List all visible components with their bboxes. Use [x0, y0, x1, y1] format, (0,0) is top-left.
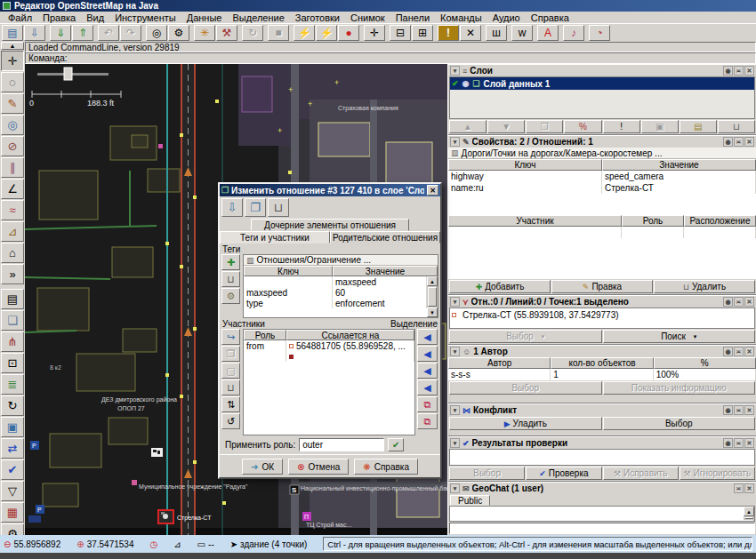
menu-commands[interactable]: Команды	[435, 12, 487, 23]
panel-pin-icon[interactable]: ≍	[734, 347, 744, 356]
collapse-button[interactable]: ▾	[450, 438, 460, 448]
panel-close-icon[interactable]: ✕	[744, 347, 754, 356]
car-icon[interactable]: ⊟	[390, 25, 411, 41]
column-header[interactable]: Ключ	[448, 159, 602, 171]
panel-eye-icon[interactable]: ◉	[723, 347, 733, 356]
upload-icon[interactable]: ⇑	[72, 25, 93, 41]
validation-fix-button[interactable]: ⚒Исправить	[603, 467, 679, 480]
add-tag-button[interactable]: ✚Добавить	[449, 280, 551, 293]
open-location-icon[interactable]: ⇩	[24, 25, 45, 41]
select-members-4-icon[interactable]: ◀	[417, 379, 438, 395]
more-tools[interactable]: »	[1, 264, 24, 284]
panel-close-icon[interactable]: ✕	[744, 405, 754, 415]
scroll-down-icon[interactable]: ▼	[427, 307, 438, 317]
edit-tag-button[interactable]: ✎Правка	[551, 280, 653, 293]
copy-member-icon[interactable]: ↪	[221, 329, 240, 345]
link-members-1-icon[interactable]: ⧉	[417, 396, 438, 412]
redo-icon[interactable]: ↷	[120, 25, 141, 41]
panel-close-icon[interactable]: ✕	[744, 438, 754, 448]
tab-public[interactable]: Public	[450, 495, 490, 506]
column-header[interactable]: Ключ	[244, 266, 333, 276]
collapse-button[interactable]: ▾	[450, 137, 460, 147]
terminal-toggle[interactable]: ▣	[1, 417, 24, 437]
menu-presets[interactable]: Заготовки	[290, 12, 345, 23]
bus-icon[interactable]: ⊞	[412, 25, 433, 41]
membership-row[interactable]: ограничение (3127410, 2 участника) devic…	[448, 227, 756, 238]
improve-way-tool[interactable]: ≈	[1, 200, 24, 220]
warning-icon[interactable]: !	[438, 25, 459, 41]
scroll-thumb[interactable]	[428, 287, 437, 307]
conflict-toggle[interactable]: ⇄	[1, 438, 24, 459]
column-header[interactable]: Участник	[448, 215, 622, 227]
tags-toggle[interactable]: ❏	[1, 310, 24, 331]
scrollbar[interactable]: ▲ ▼	[427, 276, 438, 317]
relation-toggle[interactable]: ⋔	[1, 331, 24, 352]
collapse-button[interactable]: ▾	[450, 405, 460, 415]
panel-eye-icon[interactable]: ◉	[723, 405, 733, 415]
column-header[interactable]: Значение	[333, 266, 438, 276]
validation-select-button[interactable]: Выбор	[449, 467, 525, 480]
scroll-up-icon[interactable]: ▲	[427, 276, 438, 286]
validator-toggle[interactable]: ✔	[1, 459, 24, 480]
select-members-2-icon[interactable]: ◀	[417, 346, 438, 362]
selection-list[interactable]: Стрелка-СТ (55.8939108, 37.5429773)	[449, 307, 755, 329]
column-header[interactable]: кол-во объектов	[551, 357, 653, 369]
panel-eye-icon[interactable]: ◉	[723, 297, 733, 307]
layer-merge-icon[interactable]: ▣	[641, 120, 679, 133]
dialog-titlebar[interactable]: ❒ Изменить отношение #3 127 410 в слое '…	[220, 184, 440, 196]
column-header[interactable]: %	[654, 357, 756, 369]
add-tag-icon[interactable]: ✚	[221, 254, 240, 270]
geochat-input[interactable]	[449, 523, 755, 534]
extrude-tool[interactable]: ⊿	[1, 221, 24, 242]
panel-close-icon[interactable]: ✕	[744, 137, 754, 147]
menu-edit[interactable]: Правка	[37, 12, 81, 23]
lasso-tool[interactable]: ◌	[1, 72, 24, 92]
panel-eye-icon[interactable]: ◉	[723, 66, 733, 76]
selection-search-button[interactable]: Поиск▾	[603, 330, 756, 343]
conflict-select-button[interactable]: Выбор	[603, 417, 756, 430]
toolbox-toggle[interactable]: ▦	[1, 502, 24, 523]
collapse-button[interactable]: ▾	[450, 66, 460, 76]
delete-tag-button[interactable]: ⊔Удалить	[654, 280, 755, 293]
geochat-messages[interactable]: ▲ ▼	[449, 506, 755, 522]
relation-preset-row[interactable]: ▥ Отношения/Ограничение ...	[244, 255, 438, 266]
column-header[interactable]: Расположение	[684, 215, 756, 227]
ok-button[interactable]: ➜ОК	[242, 459, 283, 475]
collapse-button[interactable]: ▾	[450, 483, 460, 493]
open-icon[interactable]: ▤	[2, 25, 23, 41]
selection-select-button[interactable]: Выбор▾	[449, 330, 602, 343]
collapse-command-panel-button[interactable]: ▲	[1, 42, 24, 50]
layer-list[interactable]: ✔ ◉ ❏ Слой данных 1	[449, 76, 755, 119]
scroll-thumb[interactable]	[744, 517, 753, 519]
zoom-tool[interactable]: ◎	[1, 115, 24, 135]
point-icon[interactable]: ●	[338, 25, 359, 41]
panel-close-icon[interactable]: ✕	[744, 66, 754, 76]
validation-ignore-button[interactable]: ⚒Игнорировать	[680, 467, 755, 480]
author-select-button[interactable]: Выбор	[449, 381, 602, 395]
delete-tool[interactable]: ⊘	[1, 136, 24, 156]
list-item[interactable]: Стрелка-СТ (55.8939108, 37.5429773)	[450, 308, 754, 321]
tag-row[interactable]: type enforcement	[244, 298, 427, 308]
layer-delete-icon[interactable]: ⊔	[718, 120, 755, 133]
panel-eye-icon[interactable]: ◉	[723, 438, 733, 448]
layer-up-icon[interactable]: ▲	[449, 120, 487, 133]
author-info-button[interactable]: Показать информацию	[603, 381, 756, 395]
rotate-toggle[interactable]: ↻	[1, 395, 24, 416]
menu-data[interactable]: Данные	[181, 12, 228, 23]
reverse-members-icon[interactable]: ↺	[221, 413, 240, 429]
menu-help[interactable]: Справка	[526, 12, 575, 23]
panel-close-icon[interactable]: ✕	[744, 483, 754, 493]
paste-member-icon[interactable]: ❐	[221, 346, 240, 362]
column-header[interactable]: Роль	[244, 330, 286, 340]
flash-1-icon[interactable]: ⚡	[294, 25, 315, 41]
menu-audio[interactable]: Аудио	[487, 12, 526, 23]
gauge-icon[interactable]: ◔	[589, 25, 610, 41]
panel-pin-icon[interactable]: ≍	[734, 66, 744, 76]
refresh-icon[interactable]: ↻	[242, 25, 263, 41]
imagery-icon[interactable]: ■	[268, 25, 289, 41]
select-members-3-icon[interactable]: ◀	[417, 363, 438, 379]
layer-opacity-icon[interactable]: %	[564, 120, 601, 133]
building-tool[interactable]: ⌂	[1, 243, 24, 263]
member-row[interactable]: device Стрелка-СТ (55.8939108...	[244, 351, 414, 362]
active-check-icon[interactable]: ✔	[452, 79, 459, 88]
